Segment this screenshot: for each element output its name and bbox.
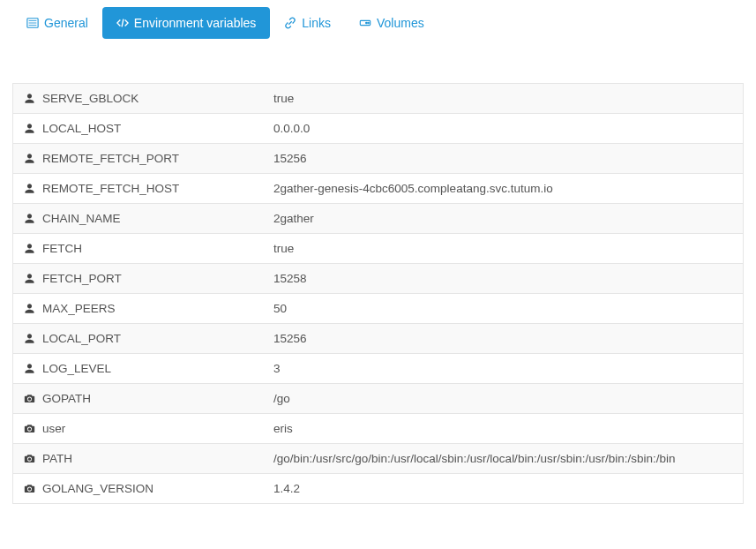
env-key: REMOTE_FETCH_HOST <box>42 182 179 195</box>
table-row: SERVE_GBLOCKtrue <box>13 84 743 114</box>
tab-env-label: Environment variables <box>134 16 257 30</box>
env-key-cell: user <box>13 414 263 443</box>
svg-line-4 <box>122 19 124 27</box>
env-key: MAX_PEERS <box>42 302 116 315</box>
env-key: FETCH_PORT <box>42 272 122 285</box>
table-row: REMOTE_FETCH_HOST2gather-genesis-4cbc600… <box>13 174 743 204</box>
env-key-cell: FETCH_PORT <box>13 264 263 293</box>
table-row: LOCAL_PORT15256 <box>13 324 743 354</box>
user-icon <box>24 363 35 374</box>
table-row: GOPATH/go <box>13 384 743 414</box>
user-icon <box>24 183 35 194</box>
table-row: REMOTE_FETCH_PORT15256 <box>13 144 743 174</box>
tab-volumes-label: Volumes <box>377 16 424 30</box>
env-value: 1.4.2 <box>263 474 743 503</box>
table-row: usereris <box>13 414 743 444</box>
table-row: FETCHtrue <box>13 234 743 264</box>
camera-icon <box>24 453 35 464</box>
env-key-cell: REMOTE_FETCH_PORT <box>13 144 263 173</box>
link-icon <box>284 17 296 29</box>
env-key-cell: FETCH <box>13 234 263 263</box>
env-variables-table: SERVE_GBLOCKtrueLOCAL_HOST0.0.0.0REMOTE_… <box>12 83 744 504</box>
env-key: LOG_LEVEL <box>42 362 111 375</box>
tab-volumes[interactable]: Volumes <box>345 7 438 39</box>
table-row: PATH/go/bin:/usr/src/go/bin:/usr/local/s… <box>13 444 743 474</box>
env-value: 50 <box>263 294 743 323</box>
list-icon <box>26 17 39 29</box>
env-key: LOCAL_HOST <box>42 122 121 135</box>
table-row: FETCH_PORT15258 <box>13 264 743 294</box>
env-key: LOCAL_PORT <box>42 332 121 345</box>
env-key-cell: MAX_PEERS <box>13 294 263 323</box>
user-icon <box>24 333 35 344</box>
user-icon <box>24 273 35 284</box>
env-key: user <box>42 422 65 435</box>
camera-icon <box>24 393 35 404</box>
tab-general-label: General <box>44 16 88 30</box>
env-key-cell: PATH <box>13 444 263 473</box>
env-value: eris <box>263 414 743 443</box>
env-key: SERVE_GBLOCK <box>42 92 138 105</box>
user-icon <box>24 243 35 254</box>
env-value: true <box>263 84 743 113</box>
code-icon <box>116 17 129 29</box>
camera-icon <box>24 483 35 494</box>
table-row: CHAIN_NAME2gather <box>13 204 743 234</box>
user-icon <box>24 213 35 224</box>
env-value: 2gather <box>263 204 743 233</box>
env-key: REMOTE_FETCH_PORT <box>42 152 179 165</box>
env-key: GOLANG_VERSION <box>42 482 153 495</box>
user-icon <box>24 93 35 104</box>
tab-links[interactable]: Links <box>270 7 345 39</box>
env-key-cell: SERVE_GBLOCK <box>13 84 263 113</box>
env-value: 2gather-genesis-4cbc6005.compleatang.svc… <box>263 174 743 203</box>
env-key: PATH <box>42 452 72 465</box>
env-value: /go/bin:/usr/src/go/bin:/usr/local/sbin:… <box>263 444 743 473</box>
env-key: GOPATH <box>42 392 91 405</box>
env-key-cell: REMOTE_FETCH_HOST <box>13 174 263 203</box>
table-row: LOG_LEVEL3 <box>13 354 743 384</box>
user-icon <box>24 303 35 314</box>
env-key-cell: LOG_LEVEL <box>13 354 263 383</box>
table-row: MAX_PEERS50 <box>13 294 743 324</box>
env-key: CHAIN_NAME <box>42 212 121 225</box>
env-value: 0.0.0.0 <box>263 114 743 143</box>
env-key-cell: GOLANG_VERSION <box>13 474 263 503</box>
svg-point-6 <box>368 22 369 23</box>
env-value: /go <box>263 384 743 413</box>
env-key-cell: GOPATH <box>13 384 263 413</box>
env-key-cell: LOCAL_PORT <box>13 324 263 353</box>
env-key-cell: LOCAL_HOST <box>13 114 263 143</box>
hdd-icon <box>359 17 371 29</box>
env-value: true <box>263 234 743 263</box>
user-icon <box>24 123 35 134</box>
user-icon <box>24 153 35 164</box>
env-key: FETCH <box>42 242 82 255</box>
env-value: 3 <box>263 354 743 383</box>
tab-links-label: Links <box>302 16 331 30</box>
env-key-cell: CHAIN_NAME <box>13 204 263 233</box>
svg-point-7 <box>366 22 367 23</box>
env-value: 15256 <box>263 324 743 353</box>
table-row: GOLANG_VERSION1.4.2 <box>13 474 743 503</box>
tab-general[interactable]: General <box>12 7 102 39</box>
env-value: 15258 <box>263 264 743 293</box>
camera-icon <box>24 423 35 434</box>
tabs-bar: General Environment variables Links Volu… <box>12 7 744 39</box>
env-value: 15256 <box>263 144 743 173</box>
tab-environment-variables[interactable]: Environment variables <box>102 7 271 39</box>
table-row: LOCAL_HOST0.0.0.0 <box>13 114 743 144</box>
